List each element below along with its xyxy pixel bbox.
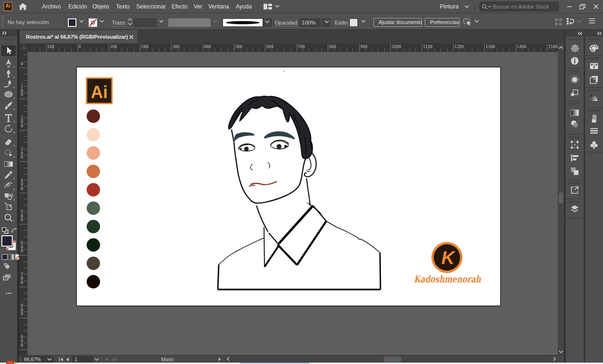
zoom-field[interactable]: 66,67%: [22, 356, 45, 363]
menu-ventana[interactable]: Ventana: [208, 0, 229, 13]
fit-document-button[interactable]: Ajustar documento: [373, 18, 422, 27]
selection-tool[interactable]: [1, 45, 16, 56]
menu-ayuda[interactable]: Ayuda: [236, 0, 252, 13]
dock-panel-grip[interactable]: [569, 102, 580, 105]
mini-fill-stroke-icon[interactable]: [2, 227, 8, 234]
opacity-label[interactable]: Opacidad:: [275, 19, 298, 26]
control-bar-grip[interactable]: [1, 16, 4, 28]
width-profile-dropdown[interactable]: [168, 18, 211, 27]
swatch-circle-2[interactable]: [87, 146, 100, 159]
menu-edicion[interactable]: Edición: [68, 0, 87, 13]
next-artboard-icon[interactable]: [105, 356, 109, 363]
control-panel-menu-icon[interactable]: [589, 18, 595, 24]
style-swatch[interactable]: [349, 18, 358, 27]
tools-panel-grip[interactable]: [3, 38, 15, 41]
last-artboard-icon[interactable]: [112, 356, 117, 363]
canvas[interactable]: 01 0 02 0 03 0 04 0 05 0 06 0 07 0 08 0 …: [19, 52, 564, 355]
collapse-dock-icon-a[interactable]: [578, 32, 583, 35]
workspace-chevron-icon[interactable]: [464, 5, 469, 8]
swatch-circle-9[interactable]: [87, 275, 100, 288]
stroke-weight-stepper[interactable]: [128, 18, 132, 25]
restore-button[interactable]: [576, 1, 589, 12]
pasteboard[interactable]: Ai: [27, 52, 564, 355]
scroll-down-button[interactable]: [558, 348, 564, 355]
swatch-circle-1[interactable]: [87, 128, 100, 141]
close-button[interactable]: [589, 1, 602, 12]
menu-archivo[interactable]: Archivo: [42, 0, 61, 13]
status-display-menu-icon[interactable]: [218, 356, 222, 363]
touch-workspace-icon[interactable]: [555, 18, 562, 25]
panel-icon-symbols[interactable]: [585, 139, 603, 151]
stray-mark[interactable]: [283, 71, 285, 72]
dock-panel-grip[interactable]: [588, 38, 599, 41]
home-icon[interactable]: [18, 3, 27, 10]
panel-icon-document-info[interactable]: [566, 87, 584, 99]
fill-color-chevron-icon[interactable]: [79, 20, 84, 23]
panel-icon-artboards[interactable]: [585, 74, 603, 86]
eraser-tool[interactable]: [1, 136, 16, 147]
panel-icon-gradient[interactable]: [566, 107, 584, 119]
panel-icon-transform[interactable]: [566, 139, 584, 151]
minimize-button[interactable]: [563, 1, 576, 12]
brush-definition-chevron-box[interactable]: [263, 18, 272, 27]
stroke-weight-field[interactable]: [133, 18, 157, 27]
panel-icon-align[interactable]: [566, 152, 584, 164]
shape-builder-tool[interactable]: [1, 190, 16, 201]
expand-panel-icon[interactable]: [2, 31, 7, 35]
stroke-color-chevron-icon[interactable]: [99, 20, 104, 23]
panel-icon-asset-export[interactable]: [566, 184, 584, 196]
swatch-circle-4[interactable]: [87, 183, 100, 196]
stroke-color-well[interactable]: [89, 18, 97, 27]
workspace-switcher[interactable]: Pintura: [440, 0, 459, 13]
menu-seleccionar[interactable]: Seleccionar: [136, 0, 166, 13]
panel-icon-navigator[interactable]: [566, 42, 584, 54]
vertical-scrollbar[interactable]: [558, 52, 564, 355]
swap-fill-stroke-icon[interactable]: [11, 228, 17, 233]
menu-objeto[interactable]: Objeto: [92, 0, 109, 13]
search-scope-chevron-icon[interactable]: [488, 6, 491, 8]
scroll-up-button[interactable]: [558, 43, 564, 52]
swatch-circle-8[interactable]: [87, 256, 100, 270]
dock-panel-grip[interactable]: [588, 57, 599, 59]
fill-color-well[interactable]: [68, 18, 76, 27]
artboard-tool[interactable]: [1, 201, 16, 212]
gradient-tool[interactable]: [1, 158, 16, 169]
stock-search-box[interactable]: [479, 2, 559, 11]
brand-logo[interactable]: K Kadoshmenorah: [414, 242, 481, 285]
width-profile-chevron-icon[interactable]: [213, 20, 217, 23]
direct-selection-tool[interactable]: [1, 58, 16, 68]
opacity-field[interactable]: 100%: [299, 18, 321, 27]
portrait-drawing[interactable]: [218, 96, 380, 290]
swatch-circle-5[interactable]: [87, 201, 100, 215]
app-logo[interactable]: Ai: [4, 2, 12, 11]
blend-tool[interactable]: [1, 180, 16, 191]
dock-panel-grip[interactable]: [569, 70, 580, 72]
dock-panel-grip[interactable]: [588, 109, 599, 112]
curvature-tool[interactable]: [1, 78, 16, 89]
isolate-chevron-icon[interactable]: [474, 20, 479, 23]
dock-control-chevron-icon[interactable]: [577, 20, 581, 23]
search-input[interactable]: [493, 4, 549, 9]
scroll-right-icon[interactable]: [552, 356, 557, 362]
horizontal-scrollbar[interactable]: [225, 356, 558, 363]
panel-icon-flattener-preview[interactable]: [566, 74, 584, 86]
arrange-documents-chevron-icon[interactable]: [275, 5, 280, 8]
zoom-dropdown[interactable]: [45, 356, 54, 363]
previous-artboard-icon[interactable]: [66, 356, 69, 363]
panel-icon-info[interactable]: [566, 55, 584, 67]
dock-panel-grip[interactable]: [569, 38, 580, 41]
screen-mode-icon[interactable]: [3, 274, 11, 281]
panel-icon-stroke[interactable]: [585, 124, 603, 137]
ai-logo-graphic[interactable]: Ai: [86, 77, 113, 104]
color-swatch-circles[interactable]: [87, 109, 100, 288]
panel-icon-layers[interactable]: [566, 203, 584, 215]
stroke-weight-label[interactable]: Trazo:: [112, 19, 126, 26]
swatch-circle-0[interactable]: [87, 109, 100, 123]
collapse-dock-icon-b[interactable]: [597, 32, 602, 35]
tab-close-icon[interactable]: [128, 33, 134, 40]
vertical-scrollbar-thumb[interactable]: [559, 192, 563, 204]
pen-tool[interactable]: [1, 68, 16, 79]
panel-icon-transparency[interactable]: [566, 118, 584, 130]
ruler-origin-corner[interactable]: [19, 43, 27, 52]
more-tools-icon[interactable]: [6, 292, 12, 294]
